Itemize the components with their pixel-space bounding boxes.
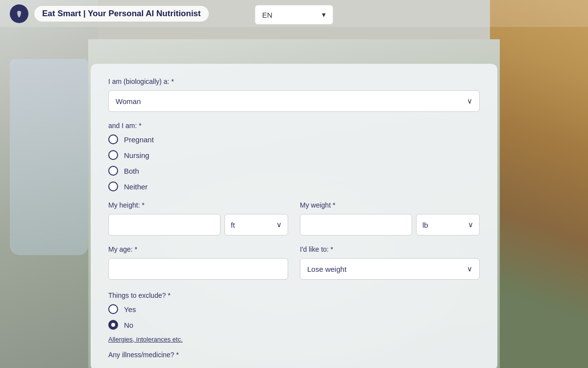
- radio-pregnant[interactable]: Pregnant: [108, 134, 480, 144]
- radio-pregnant-circle[interactable]: [108, 134, 118, 144]
- radio-exclude-yes-label: Yes: [124, 305, 136, 314]
- age-input[interactable]: [108, 258, 288, 280]
- exclude-label: Things to exclude? *: [108, 291, 480, 299]
- exclude-section: Things to exclude? * Yes No Allergies, i…: [108, 291, 480, 343]
- form-card: I am (biologically) a: * Woman ∨ and I a…: [91, 64, 497, 368]
- bg-right: [490, 0, 588, 368]
- radio-neither[interactable]: Neither: [108, 182, 480, 191]
- weight-unit-select[interactable]: lb ∨: [416, 214, 480, 236]
- radio-exclude-yes-circle[interactable]: [108, 304, 118, 314]
- radio-neither-circle[interactable]: [108, 182, 118, 191]
- app-title: Eat Smart | Your Personal AI Nutritionis…: [34, 6, 209, 22]
- allergy-hint[interactable]: Allergies, intolerances etc.: [108, 336, 480, 343]
- biological-label: I am (biologically) a: *: [108, 78, 480, 85]
- weight-label: My weight *: [300, 201, 480, 209]
- weight-input-row: lb ∨: [300, 214, 480, 236]
- age-field: My age: *: [108, 245, 288, 289]
- age-label: My age: *: [108, 245, 288, 253]
- bg-glass: [10, 59, 88, 255]
- goal-value: Lose weight: [307, 265, 346, 273]
- radio-both[interactable]: Both: [108, 166, 480, 176]
- height-input[interactable]: [108, 214, 220, 236]
- weight-unit-value: lb: [422, 221, 428, 229]
- biological-sex-value: Woman: [116, 97, 141, 105]
- height-unit-value: ft: [231, 221, 235, 229]
- height-unit-chevron-icon: ∨: [276, 220, 282, 229]
- radio-nursing-label: Nursing: [124, 151, 149, 159]
- radio-exclude-no[interactable]: No: [108, 320, 480, 330]
- goal-label: I'd like to: *: [300, 245, 480, 253]
- height-unit-select[interactable]: ft ∨: [224, 214, 288, 236]
- illness-label: Any illness/medicine? *: [108, 351, 480, 359]
- height-weight-row: My height: * ft ∨ My weight * lb ∨: [108, 201, 480, 245]
- lang-chevron-icon: ▾: [322, 10, 326, 19]
- goal-field: I'd like to: * Lose weight ∨: [300, 245, 480, 289]
- weight-field: My weight * lb ∨: [300, 201, 480, 245]
- height-field: My height: * ft ∨: [108, 201, 288, 245]
- lang-value: EN: [262, 11, 272, 19]
- radio-both-label: Both: [124, 167, 139, 175]
- weight-unit-chevron-icon: ∨: [468, 220, 473, 229]
- and-i-am-label: and I am: *: [108, 122, 480, 130]
- radio-exclude-no-circle[interactable]: [108, 320, 118, 330]
- radio-neither-label: Neither: [124, 183, 147, 191]
- language-selector[interactable]: EN ▾: [255, 5, 333, 25]
- radio-both-circle[interactable]: [108, 166, 118, 176]
- biological-sex-select[interactable]: Woman ∨: [108, 90, 480, 112]
- radio-nursing-circle[interactable]: [108, 150, 118, 160]
- biological-chevron-icon: ∨: [467, 97, 472, 105]
- logo-icon: [10, 4, 28, 23]
- radio-exclude-yes[interactable]: Yes: [108, 304, 480, 314]
- pregnancy-status-group: Pregnant Nursing Both Neither: [108, 134, 480, 191]
- goal-chevron-icon: ∨: [467, 264, 472, 273]
- weight-input[interactable]: [300, 214, 412, 236]
- radio-pregnant-label: Pregnant: [124, 135, 154, 144]
- radio-nursing[interactable]: Nursing: [108, 150, 480, 160]
- radio-exclude-no-label: No: [124, 321, 133, 329]
- height-input-row: ft ∨: [108, 214, 288, 236]
- age-goal-row: My age: * I'd like to: * Lose weight ∨: [108, 245, 480, 289]
- goal-select[interactable]: Lose weight ∨: [300, 258, 480, 280]
- height-label: My height: *: [108, 201, 288, 209]
